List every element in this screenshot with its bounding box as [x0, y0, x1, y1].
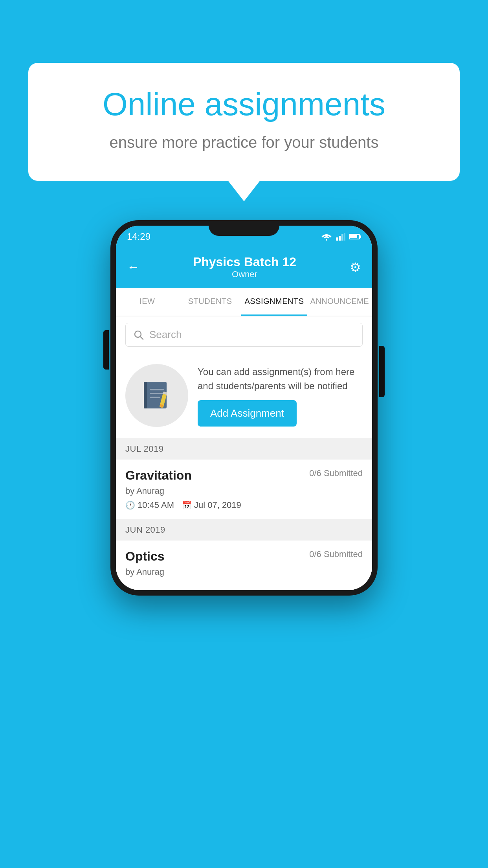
assignment-top: Gravitation 0/6 Submitted	[125, 468, 363, 483]
tab-students[interactable]: STUDENTS	[179, 288, 242, 316]
assignment-details: 🕐 10:45 AM 📅 Jul 07, 2019	[125, 500, 363, 510]
promo-text: You can add assignment(s) from here and …	[198, 365, 363, 393]
add-assignment-promo: You can add assignment(s) from here and …	[116, 353, 372, 438]
assignment-submitted-optics: 0/6 Submitted	[309, 549, 363, 559]
promo-icon-circle	[125, 364, 188, 427]
svg-rect-1	[336, 237, 338, 241]
signal-icon	[336, 233, 345, 241]
calendar-icon: 📅	[182, 500, 192, 510]
search-box[interactable]: Search	[125, 323, 363, 347]
back-button[interactable]: ←	[127, 260, 139, 274]
time-detail: 🕐 10:45 AM	[125, 500, 174, 510]
svg-rect-2	[339, 236, 341, 241]
svg-rect-7	[360, 235, 361, 238]
tab-iew[interactable]: IEW	[116, 288, 179, 316]
date-detail: 📅 Jul 07, 2019	[182, 500, 241, 510]
phone-notch	[209, 220, 279, 236]
speech-bubble-container: Online assignments ensure more practice …	[28, 63, 460, 181]
tabs-bar: IEW STUDENTS ASSIGNMENTS ANNOUNCEME	[116, 288, 372, 316]
search-icon	[134, 330, 144, 340]
assignment-date: Jul 07, 2019	[194, 500, 241, 510]
phone-inner: 14:29	[116, 226, 372, 590]
assignment-meta-optics: by Anurag	[125, 567, 363, 577]
svg-rect-11	[144, 382, 147, 408]
assignment-name-optics: Optics	[125, 549, 165, 564]
svg-line-9	[140, 337, 143, 339]
settings-button[interactable]: ⚙	[350, 260, 361, 275]
assignment-top-optics: Optics 0/6 Submitted	[125, 549, 363, 564]
assignment-time: 10:45 AM	[138, 500, 174, 510]
wifi-icon	[321, 233, 332, 241]
tab-assignments[interactable]: ASSIGNMENTS	[241, 288, 307, 316]
phone-wrapper: 14:29	[110, 220, 378, 596]
bubble-title: Online assignments	[56, 86, 432, 122]
svg-rect-12	[150, 389, 164, 390]
clock-icon: 🕐	[125, 500, 135, 510]
phone-outer: 14:29	[110, 220, 378, 596]
section-jun-2019: JUN 2019	[116, 519, 372, 541]
assignment-item-gravitation[interactable]: Gravitation 0/6 Submitted by Anurag 🕐 10…	[116, 460, 372, 519]
promo-content: You can add assignment(s) from here and …	[198, 365, 363, 427]
svg-rect-14	[150, 397, 160, 398]
notebook-icon	[139, 378, 174, 413]
svg-rect-6	[350, 235, 357, 238]
tab-announcements[interactable]: ANNOUNCEME	[307, 288, 372, 316]
assignment-meta: by Anurag	[125, 486, 363, 496]
status-time: 14:29	[127, 231, 150, 242]
search-container: Search	[116, 316, 372, 353]
app-header: ← Physics Batch 12 Owner ⚙	[116, 248, 372, 288]
assignment-name: Gravitation	[125, 468, 192, 483]
svg-rect-4	[344, 233, 345, 241]
status-icons	[321, 233, 361, 241]
speech-bubble: Online assignments ensure more practice …	[28, 63, 460, 181]
svg-rect-13	[150, 393, 164, 394]
header-title: Physics Batch 12	[193, 255, 296, 269]
svg-rect-3	[341, 234, 343, 241]
section-jul-2019: JUL 2019	[116, 438, 372, 460]
bubble-subtitle: ensure more practice for your students	[56, 131, 432, 153]
header-center: Physics Batch 12 Owner	[193, 255, 296, 280]
add-assignment-button[interactable]: Add Assignment	[198, 400, 297, 427]
battery-icon	[349, 234, 361, 240]
assignment-submitted: 0/6 Submitted	[309, 468, 363, 478]
header-subtitle: Owner	[193, 269, 296, 280]
search-placeholder: Search	[149, 329, 182, 341]
assignment-item-optics[interactable]: Optics 0/6 Submitted by Anurag	[116, 541, 372, 590]
svg-point-0	[326, 239, 327, 241]
